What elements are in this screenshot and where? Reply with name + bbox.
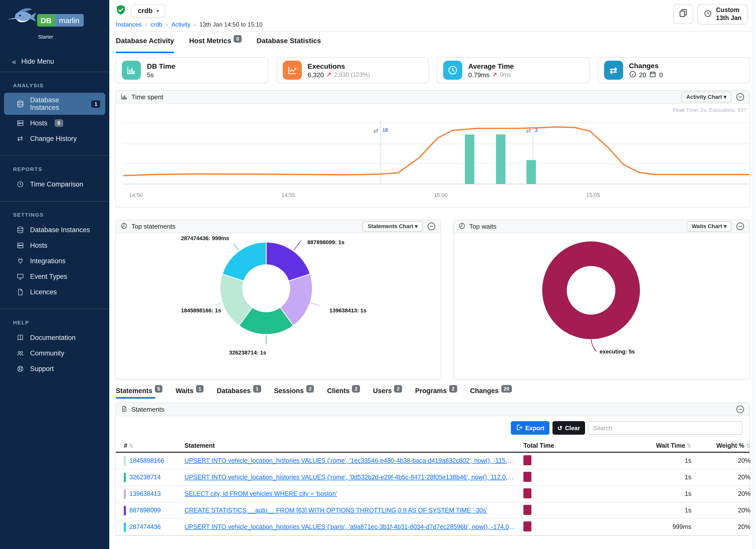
card-title: Changes [629, 61, 663, 69]
collapse-icon[interactable] [736, 222, 744, 231]
licence-icon [16, 288, 24, 296]
instance-selector[interactable]: crdb ▾ [131, 4, 166, 18]
statement-id-link[interactable]: 1845898166 [129, 457, 164, 464]
tab-database-activity[interactable]: Database Activity [116, 37, 174, 53]
export-button[interactable]: Export [511, 421, 549, 435]
collapse-icon[interactable] [736, 93, 744, 101]
detail-tab-sessions[interactable]: Sessions2 [274, 387, 314, 399]
count-badge: 0 [54, 119, 63, 127]
card-value: 0.79ms [468, 71, 490, 78]
copy-button[interactable] [674, 4, 694, 24]
top-waits-donut[interactable]: executing: 5s [454, 233, 749, 379]
col-total-time[interactable]: Total Time [523, 442, 617, 449]
sort-icon[interactable]: ⇅ [129, 443, 133, 449]
svg-text:⇄: ⇄ [373, 127, 378, 134]
time-range-button[interactable]: Custom 13th Jan [698, 4, 748, 25]
statement-id-link[interactable]: 139638413 [129, 490, 161, 497]
top-waits-panel: Top waits Waits Chart ▾ executing: 5s [453, 220, 750, 380]
sort-icon[interactable]: ⇅ [746, 443, 750, 449]
clear-button[interactable]: ↺ Clear [552, 421, 585, 435]
sidebar-item-settings-database-instances[interactable]: Database Instances [4, 222, 105, 237]
col-wait-time[interactable]: Wait Time [656, 442, 685, 449]
detail-tab-statements[interactable]: Statements5 [116, 387, 163, 399]
card-title: DB Time [147, 62, 175, 70]
card-value: 6,320 [308, 71, 324, 78]
section-title-reports: REPORTS [0, 156, 109, 176]
sidebar-item-database-instances[interactable]: Database Instances 1 [4, 93, 105, 115]
detail-tab-databases[interactable]: Databases1 [217, 387, 261, 399]
statement-link[interactable]: UPSERT INTO vehicle_location_histories V… [184, 523, 515, 530]
breadcrumb-activity[interactable]: Activity [171, 21, 190, 28]
col-weight[interactable]: Weight % [716, 442, 744, 449]
time-spent-chart[interactable]: ⇄18⇄214:5014:5515:0015:05Peak Time: 2s, … [116, 104, 749, 207]
breadcrumb-separator: › [145, 21, 147, 28]
sidebar-item-support[interactable]: Support [4, 361, 105, 376]
detail-tab-clients[interactable]: Clients2 [327, 387, 360, 399]
statement-id-link[interactable]: 287474436 [129, 523, 161, 530]
activity-chart-dropdown[interactable]: Activity Chart ▾ [681, 92, 731, 102]
statement-color-bar [124, 522, 126, 532]
statement-id-link[interactable]: 887898099 [129, 507, 161, 514]
donut-label: 887898099: 1s [307, 239, 344, 245]
donut-label: 1845898166: 1s [146, 307, 221, 313]
count-badge: 1 [91, 100, 100, 108]
table-row: 326238714UPSERT INTO vehicle_location_hi… [116, 469, 749, 486]
sidebar-item-time-comparison[interactable]: Time Comparison [4, 176, 105, 192]
sidebar-item-integrations[interactable]: Integrations [4, 253, 105, 268]
detail-tab-waits[interactable]: Waits1 [176, 387, 204, 399]
info-icon [629, 70, 636, 79]
statement-link[interactable]: SELECT city, id FROM vehicles WHERE city… [184, 490, 515, 497]
panel-title: Top waits [469, 223, 496, 230]
tab-host-metrics[interactable]: Host Metrics0 [189, 37, 241, 53]
clock-icon [704, 9, 712, 19]
sidebar-item-event-types[interactable]: Event Types [4, 269, 105, 284]
count-badge: 5 [155, 385, 163, 393]
tab-database-statistics[interactable]: Database Statistics [257, 37, 321, 53]
search-input[interactable] [588, 421, 742, 435]
waits-chart-dropdown[interactable]: Waits Chart ▾ [687, 221, 731, 232]
sidebar-item-community[interactable]: Community [4, 345, 105, 360]
col-statement[interactable]: Statement [184, 442, 523, 449]
statement-link[interactable]: UPSERT INTO vehicle_location_histories V… [184, 474, 515, 481]
sort-icon[interactable]: ⇅ [687, 443, 691, 449]
sidebar-item-label: Hosts [30, 241, 47, 249]
detail-tab-users[interactable]: Users2 [373, 387, 402, 399]
sidebar-item-licences[interactable]: Licences [4, 284, 105, 299]
change-history-icon: ⇄ [604, 61, 623, 80]
line-chart-icon [282, 61, 302, 80]
wait-time-value: 1s [685, 490, 691, 497]
changes-calendar-count: 0 [659, 71, 663, 78]
collapse-icon[interactable] [427, 222, 436, 231]
count-badge: 20 [501, 385, 512, 393]
detail-tab-changes[interactable]: Changes20 [470, 387, 512, 399]
hide-menu-button[interactable]: « Hide Menu [0, 50, 109, 72]
count-badge: 1 [196, 385, 204, 393]
statement-id-link[interactable]: 326238714 [129, 474, 161, 481]
delta-up-icon: ↗ [492, 71, 497, 78]
card-title: Average Time [468, 62, 514, 70]
detail-tab-programs[interactable]: Programs2 [415, 387, 457, 399]
change-history-icon: ⇄ [16, 134, 24, 142]
sidebar-item-hosts[interactable]: Hosts 0 [4, 115, 105, 130]
scrollbar[interactable] [752, 0, 756, 549]
statement-color-bar [124, 506, 126, 515]
panel-title: Statements [131, 406, 164, 413]
statements-table-body: 1845898166UPSERT INTO vehicle_location_h… [116, 453, 749, 535]
sidebar-item-change-history[interactable]: ⇄ Change History [4, 131, 105, 146]
total-time-bar [523, 521, 531, 531]
breadcrumb-instances[interactable]: Instances [116, 21, 142, 28]
col-num[interactable]: # [124, 442, 127, 449]
sidebar-item-documentation[interactable]: Documentation [4, 330, 105, 345]
collapse-icon[interactable] [736, 405, 744, 414]
plug-icon [16, 257, 24, 265]
statement-link[interactable]: UPSERT INTO vehicle_location_histories V… [184, 457, 515, 464]
breadcrumb-crdb[interactable]: crdb [151, 21, 162, 28]
top-statements-donut[interactable]: 887898099: 1s139638413: 1s326238714: 1s1… [116, 233, 441, 379]
statement-link[interactable]: CREATE STATISTICS __auto__ FROM [63] WIT… [184, 507, 515, 514]
event-types-icon [16, 272, 24, 280]
undo-icon: ↺ [557, 424, 562, 431]
statements-chart-dropdown[interactable]: Statements Chart ▾ [363, 221, 423, 232]
sidebar-item-settings-hosts[interactable]: Hosts [4, 238, 105, 253]
marlin-fish-logo-icon [6, 6, 37, 32]
section-title-analysis: ANALYSIS [0, 72, 109, 92]
